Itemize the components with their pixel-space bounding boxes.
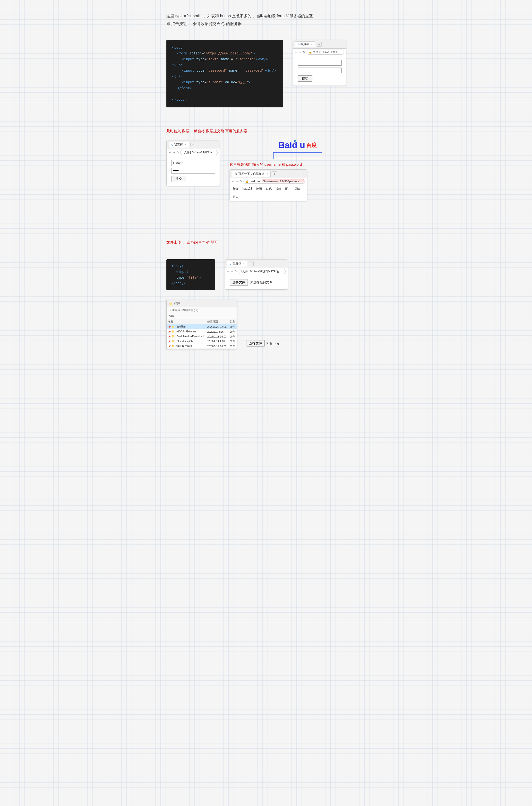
file-name-2: AIDA64 Extreme [176,330,196,333]
address-bar-3[interactable]: ℹ 文件 | D:/JavaSE练习/HTTP/前端课程/H1 [239,269,286,274]
baidu-url-highlight: /?username=123456&password=123456 [262,180,305,183]
nav-link-pan[interactable]: 网盘 [295,187,301,191]
file-name-5: 抖音客户端件 [176,344,192,348]
username-input-1[interactable] [298,60,342,65]
file-name-cell: 📌 📁 AIDA64 Extreme [167,329,206,334]
pin-icon: 📌 [168,331,171,333]
new-tab-btn-3[interactable]: + [249,261,253,266]
address-text-2: 文件 | D:/JavaSE练习/HTTP/前端课程# [184,151,218,154]
file-dialog: 📁 打开 → 此电脑 › 本地磁盘 (D:) 快驱 名称 修改日期 类型 [166,300,237,349]
file-table-header: 名称 修改日期 类型 [167,319,236,324]
nav-link-map[interactable]: 地图 [256,187,262,191]
table-row[interactable]: 📌 📁 BluestacksCN 2021/9/21 9:51 文件 [167,339,236,344]
baidu-new-tab-btn[interactable]: + [272,171,277,176]
table-row[interactable]: 📌 📁 AIDA64 Extreme 2020/1/1 8:26 文件 [167,329,236,334]
table-row[interactable]: 📌 📁 BaiduNetdiskDownload 2021/2/11 16:03… [167,334,236,339]
section2-heading: 此时输入 数据 ，就会将 数据提交给 百度的服务器 [166,129,366,133]
baidu-back-btn[interactable]: ← [232,180,235,183]
baidu-text-bai: Bai [279,140,292,150]
browser-mockup-3: ⊙ 我真棒 × + ← → ↻ ℹ 文件 | D:/JavaSE练习/HTTP/… [225,259,288,289]
table-row[interactable]: 📌 📁 360压缩 2022/6/20 22:06 文件 [167,324,236,329]
submit-btn-2[interactable]: 提交 [171,176,186,182]
browser-toolbar-3: ⊙ 我真棒 × + [225,260,288,268]
refresh-btn-2[interactable]: ↻ [176,151,179,154]
baidu-tab-close[interactable]: × [266,172,268,175]
browser-tab-1[interactable]: ⊙ 我真棒 × [295,41,315,47]
paw-icon: 🐾 [293,140,298,144]
tab-close-btn-1[interactable]: × [311,43,312,46]
nav-link-tieba[interactable]: 贴吧 [266,187,271,191]
tab-close-btn-3[interactable]: × [243,262,245,265]
forward-btn-2[interactable]: → [172,151,175,154]
address-bar-1[interactable]: 🔒 文件 | D:/JavaSE练习/HTTP/前端课程/HTM [307,50,344,55]
refresh-btn-1[interactable]: ↻ [303,51,305,54]
address-bar-2[interactable]: ℹ 文件 | D:/JavaSE练习/HTTP/前端课程# [180,150,218,155]
file-dialog-title: 📁 打开 [167,300,236,307]
browser-tab-2[interactable]: ⊙ 我真棒 × [169,142,189,148]
baidu-logo: Bai d 🐾 u 百度 [279,140,317,150]
baidu-nav: ← → ↻ [232,180,242,183]
section2-text: 此时输入 数据 ，就会将 数据提交给 百度的服务器 [166,129,247,133]
browser-window-2: ⊙ 我真棒 × + ← → ↻ ℹ 文件 | D:/JavaSE练习/HTTP/… [166,140,220,186]
code-line-input-submit: <input type="submit" value="提交"> [172,79,277,85]
baidu-refresh-btn[interactable]: ↻ [240,180,242,183]
code-line-body-close: </body> [172,97,277,102]
page-container: 这里 type = "submit" ， 外表和 button 是差不多的， 当… [157,0,375,366]
address-icon-3: ℹ [241,270,242,273]
folder-icon-2: 📁 [171,330,175,333]
browser-nav-bar-3: ← → ↻ ℹ 文件 | D:/JavaSE练习/HTTP/前端课程/H1 [225,268,288,275]
selected-file-display: 选择文件 阳台.png [247,335,279,349]
file-name-cell: 📌 📁 抖音客户端件 [167,344,206,349]
baidu-browser-tab[interactable]: 🔍 百度一下，你就知道 × [232,171,271,177]
choose-file-btn-selected[interactable]: 选择文件 [247,340,265,346]
baidu-forward-btn[interactable]: → [236,180,239,183]
baidu-browser-body: 新闻 hao123 地图 贴吧 视频 图片 网盘 更多 [230,185,307,201]
forward-btn-3[interactable]: → [231,270,234,273]
nav-link-hao123[interactable]: hao123 [243,187,252,191]
password-input-2[interactable] [171,168,215,174]
nav-link-video[interactable]: 视频 [276,187,281,191]
folder-icon-3: 📁 [171,335,175,338]
baidu-address-bar[interactable]: 🔒 baidu.com/?username=123456&password=12… [243,179,305,184]
refresh-btn-3[interactable]: ↻ [235,270,237,273]
file-code-line1: <body> [171,263,210,269]
submit-btn-1[interactable]: 提交 [298,75,312,82]
file-type-4: 文件 [228,339,236,344]
browser-mockup-2: ⊙ 我真棒 × + ← → ↻ ℹ 文件 | D:/JavaSE练习/HTTP/… [166,140,220,186]
baidu-search-input[interactable] [273,152,322,159]
browser-window-3: ⊙ 我真棒 × + ← → ↻ ℹ 文件 | D:/JavaSE练习/HTTP/… [225,259,288,289]
baidu-nav-bar: ← → ↻ 🔒 baidu.com/?username=123456&passw… [230,178,307,185]
folder-icon-1: 📁 [171,325,175,328]
selected-file-row: 选择文件 阳台.png [247,340,279,346]
section2: ⊙ 我真棒 × + ← → ↻ ℹ 文件 | D:/JavaSE练习/HTTP/… [166,140,366,201]
table-row[interactable]: 📌 📁 抖音客户端件 2022/5/19 16:52 文件 [167,344,236,349]
new-tab-btn-1[interactable]: + [317,42,322,46]
file-table: 名称 修改日期 类型 📌 📁 360压缩 2022/6/20 22:06 文件 [167,319,236,349]
file-upload-title-text: 文件上传 ： 让 type = "file" 即可 [166,240,218,244]
intro-line2: 即 点击按钮 ， 会将数据提交给 你 的服务器 [166,22,242,26]
file-code-line3: </body> [171,280,210,286]
back-btn-3[interactable]: ← [227,270,230,273]
back-btn-2[interactable]: ← [169,151,171,154]
browser-mockup-1: ⊙ 我真棒 × + ← → ↻ 🔒 文件 | D:/JavaSE练习/HTTP/… [293,40,346,86]
file-upload-title: 文件上传 ： 让 type = "file" 即可 [166,240,366,245]
nav-link-image[interactable]: 图片 [285,187,291,191]
new-tab-btn-2[interactable]: + [190,142,195,147]
tab-close-btn-2[interactable]: × [185,143,186,146]
pin-icon: 📌 [168,335,171,338]
section1: <body> <form action="https://www.baidu.c… [166,40,366,107]
browser-tab-3[interactable]: ⊙ 我真棒 × [227,261,247,266]
file-type-1: 文件 [228,324,236,329]
file-name-3: BaiduNetdiskDownload [176,335,204,338]
choose-file-btn[interactable]: 选择文件 [230,279,248,285]
back-btn-1[interactable]: ← [295,51,298,54]
forward-btn-1[interactable]: → [299,51,302,54]
code-block-file: <body> <input type="file"> </body> [166,259,215,290]
nav-link-news[interactable]: 新闻 [233,187,239,191]
url-annotation: 这里就是我们 输入的 username 和 password [230,162,366,167]
nav-link-more[interactable]: 更多 [233,195,239,199]
password-input-1[interactable] [298,68,342,73]
pin-icon: 📌 [168,345,171,348]
code-line-input-text: <input type="text" name = "username"><br… [172,56,277,68]
username-input-2[interactable] [171,160,215,166]
